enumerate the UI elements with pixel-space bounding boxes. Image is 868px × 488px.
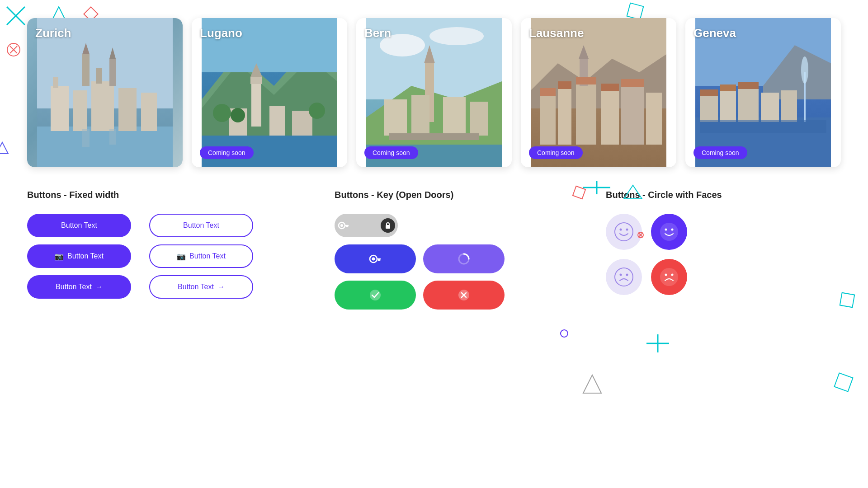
outline-btn-3[interactable]: Button Text → xyxy=(149,275,253,299)
key-toggle-locked[interactable] xyxy=(335,214,398,237)
svg-point-49 xyxy=(213,104,231,122)
key-open-doors-section: Buttons - Key (Open Doors) xyxy=(316,190,570,310)
city-name-zurich: Zurich xyxy=(35,26,71,40)
svg-rect-60 xyxy=(384,99,407,136)
key-btn-error[interactable] xyxy=(423,281,505,310)
svg-point-50 xyxy=(231,108,245,122)
svg-rect-27 xyxy=(73,90,87,131)
outline-btn-1[interactable]: Button Text xyxy=(149,214,253,237)
svg-rect-73 xyxy=(646,93,662,145)
key-icon-gray xyxy=(338,221,349,230)
svg-point-121 xyxy=(671,274,674,276)
face-light-sad[interactable] xyxy=(606,259,642,295)
svg-point-120 xyxy=(665,274,667,276)
svg-rect-78 xyxy=(576,77,596,84)
svg-rect-48 xyxy=(292,111,312,136)
fixed-width-section: Buttons - Fixed width Button Text 📷 Butt… xyxy=(27,190,316,310)
outline-buttons-group: Button Text 📷 Button Text Button Text → xyxy=(149,214,253,299)
svg-point-114 xyxy=(665,229,667,231)
smiley-light-icon xyxy=(614,222,634,242)
filled-btn-2[interactable]: 📷 Button Text xyxy=(27,244,131,268)
key-btn-success[interactable] xyxy=(335,281,416,310)
key-open-doors-title: Buttons - Key (Open Doors) xyxy=(335,190,570,200)
svg-point-108 xyxy=(370,290,381,300)
svg-rect-71 xyxy=(601,90,619,145)
svg-rect-44 xyxy=(250,77,262,84)
city-card-zurich[interactable]: Zurich xyxy=(27,18,183,167)
city-coming-soon-lugano: Coming soon xyxy=(200,146,254,159)
city-card-lugano[interactable]: Lugano Coming soon xyxy=(192,18,347,167)
svg-rect-25 xyxy=(51,86,69,131)
buttons-sections: Buttons - Fixed width Button Text 📷 Butt… xyxy=(0,185,868,328)
outline-btn-2[interactable]: 📷 Button Text xyxy=(149,244,253,268)
svg-rect-31 xyxy=(141,93,157,131)
svg-rect-87 xyxy=(700,95,718,122)
svg-rect-26 xyxy=(53,77,58,88)
svg-point-111 xyxy=(620,229,622,231)
city-card-bern[interactable]: Bern Coming soon xyxy=(356,18,512,167)
city-card-lausanne[interactable]: Lausanne Coming soon xyxy=(521,18,676,167)
filled-btn-1[interactable]: Button Text xyxy=(27,214,131,237)
outline-btn-2-label: Button Text xyxy=(189,252,226,260)
svg-rect-37 xyxy=(109,129,116,145)
svg-point-100 xyxy=(340,224,343,227)
sad-red-icon xyxy=(659,267,679,287)
svg-point-55 xyxy=(429,27,484,45)
sad-light-icon xyxy=(614,267,634,287)
key-btn-blue-purple-row xyxy=(335,244,505,273)
city-coming-soon-lausanne: Coming soon xyxy=(529,146,583,159)
face-light-smile[interactable] xyxy=(606,214,642,250)
svg-rect-68 xyxy=(540,95,556,145)
svg-rect-77 xyxy=(558,81,571,89)
svg-point-119 xyxy=(660,268,678,286)
svg-rect-32 xyxy=(82,54,90,86)
filled-buttons-group: Button Text 📷 Button Text Button Text → xyxy=(27,214,131,299)
svg-rect-92 xyxy=(700,89,718,96)
svg-rect-47 xyxy=(269,106,285,136)
svg-rect-43 xyxy=(251,81,261,127)
key-btn-blue[interactable] xyxy=(335,244,416,273)
outline-btn-1-label: Button Text xyxy=(183,221,219,230)
svg-marker-18 xyxy=(583,375,601,393)
svg-point-86 xyxy=(801,56,808,84)
face-red-sad[interactable] xyxy=(651,259,687,295)
camera-icon-outline: 📷 xyxy=(177,252,186,261)
smiley-purple-icon xyxy=(659,222,679,242)
svg-rect-70 xyxy=(576,84,596,145)
svg-rect-89 xyxy=(738,88,759,122)
svg-rect-101 xyxy=(386,225,390,229)
lock-svg xyxy=(384,222,392,229)
svg-point-51 xyxy=(309,103,325,119)
svg-rect-63 xyxy=(470,102,488,136)
key-icon-blue xyxy=(369,254,381,264)
camera-icon-filled: 📷 xyxy=(55,252,64,261)
svg-point-106 xyxy=(372,258,375,261)
filled-btn-3[interactable]: Button Text → xyxy=(27,275,131,299)
svg-rect-72 xyxy=(621,86,644,145)
svg-rect-90 xyxy=(761,93,779,122)
face-purple-smile[interactable] xyxy=(651,214,687,250)
city-cards-section: Zurich xyxy=(0,0,868,185)
svg-point-110 xyxy=(615,223,633,241)
city-name-lugano: Lugano xyxy=(200,26,242,40)
svg-rect-34 xyxy=(109,59,116,86)
city-name-bern: Bern xyxy=(364,26,391,40)
circle-faces-section: Buttons - Circle with Faces xyxy=(570,190,750,310)
city-coming-soon-bern: Coming soon xyxy=(364,146,418,159)
svg-point-115 xyxy=(671,229,674,231)
svg-rect-76 xyxy=(540,88,556,96)
circle-faces-title: Buttons - Circle with Faces xyxy=(606,190,750,200)
svg-rect-64 xyxy=(389,133,479,140)
fixed-width-pair: Button Text 📷 Button Text Button Text → … xyxy=(27,214,316,299)
svg-rect-69 xyxy=(558,88,571,145)
svg-point-116 xyxy=(615,268,633,286)
xmark-icon xyxy=(458,289,470,301)
svg-rect-29 xyxy=(96,68,102,84)
key-btn-loading[interactable] xyxy=(423,244,505,273)
city-name-lausanne: Lausanne xyxy=(529,26,584,40)
checkmark-icon xyxy=(369,289,382,301)
svg-rect-61 xyxy=(411,95,429,136)
svg-rect-30 xyxy=(118,88,137,131)
city-name-geneva: Geneva xyxy=(693,26,736,40)
city-card-geneva[interactable]: Geneva Coming soon xyxy=(685,18,841,167)
